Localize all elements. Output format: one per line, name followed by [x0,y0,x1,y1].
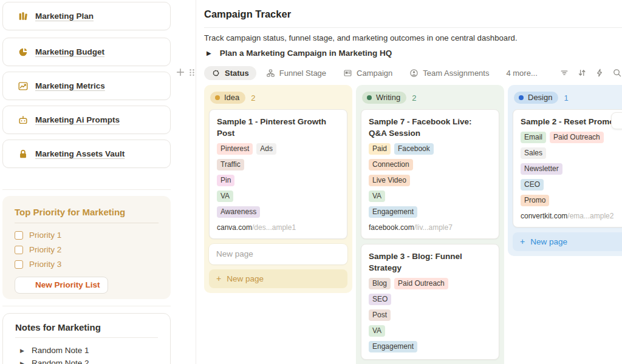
column-header: Writing2 [361,90,499,109]
tab-label: Status [225,69,249,78]
column-name: Design [528,93,552,102]
new-priority-list-button[interactable]: New Priority List [15,277,108,294]
board-card[interactable]: Sample 2 - Reset Promo EmEmailPaid Outre… [513,109,622,228]
tag-ceo: CEO [521,179,544,190]
tag-pin: Pin [217,175,234,186]
priority-item[interactable]: Priority 1 [15,231,159,240]
page-description: Track campaign status, funnel stage, and… [204,33,518,42]
new-page-button[interactable]: +New page [209,269,347,288]
column-status-pill[interactable]: Writing [362,92,406,104]
sidebar-item-marketing-metrics[interactable]: Marketing Metrics [2,72,171,100]
lock-icon [18,149,29,160]
link-path: /liv...ample7 [414,223,453,232]
cursor-click-icon [21,280,30,289]
toggle-plan-campaign[interactable]: ▶ Plan a Marketing Campaign in Marketing… [207,49,392,58]
tab-campaign[interactable]: Campaign [343,69,392,78]
tab-funnel-stage[interactable]: Funnel Stage [266,69,326,78]
board-card[interactable]: Sample 1 - Pinterest Growth PostPinteres… [209,109,347,239]
tag-row: Awareness [217,206,340,218]
link-path: /ema...ample2 [567,212,613,220]
column-count: 1 [564,93,568,103]
top-priority-title: Top Priority for Marketing [15,207,159,217]
card-hover-button[interactable] [611,112,622,129]
card-link: convertkit.com/ema...ample2 [521,212,622,220]
kanban-board: Idea2Sample 1 - Pinterest Growth PostPin… [204,85,622,364]
tag-row: BlogPaid Outreach [369,278,491,289]
tag-row: PinterestAds [217,143,340,155]
add-block-icon[interactable] [175,67,186,78]
tag-promo: Promo [521,195,549,206]
tag-facebook: Facebook [394,143,434,155]
tab-status[interactable]: Status [204,66,256,80]
status-dot [215,95,220,100]
view-tabs-row: StatusFunnel StageCampaignTeam Assignmen… [204,64,622,81]
tag-row: VA [369,190,491,202]
sidebar-item-label: Marketing Assets Vault [35,149,125,158]
sidebar-divider [2,306,171,306]
more-views-button[interactable]: 4 more... [506,69,537,78]
title-divider [204,27,622,28]
new-page-inline-input[interactable]: New page [209,244,347,265]
tag-row: Pin [217,175,340,186]
column-header: Idea2 [209,90,347,109]
priority-item[interactable]: Priority 2 [15,245,159,254]
checkbox[interactable] [15,231,23,240]
link-path: /des...ample1 [252,223,296,232]
board-card[interactable]: Sample 3 - Blog: Funnel StrategyBlogPaid… [361,244,499,360]
note-toggle-item[interactable]: ▶Random Note 2 [15,357,158,364]
tag-email: Email [521,132,546,143]
plus-icon: + [216,274,221,283]
sitemap-icon [266,69,275,78]
priority-item[interactable]: Priority 3 [15,260,159,269]
tag-va: VA [369,190,385,202]
sort-icon[interactable] [577,68,587,78]
note-toggle-item[interactable]: ▶Random Note 1 [15,344,158,357]
tag-awareness: Awareness [217,206,260,218]
tab-label: Campaign [357,69,392,78]
priority-checklist: Priority 1Priority 2Priority 3 [15,231,159,269]
sidebar-divider [2,189,171,190]
tag-row: Traffic [217,159,340,170]
tag-pinterest: Pinterest [217,143,253,155]
divider [15,223,159,223]
tag-row: SEO [369,294,491,305]
drag-handle-icon[interactable] [188,67,196,78]
tag-row: CEO [521,179,622,190]
lightning-icon[interactable] [595,68,604,78]
sidebar-item-label: Marketing Metrics [35,81,105,90]
toggle-triangle-icon: ▶ [20,348,24,354]
checkbox[interactable] [15,246,23,254]
sidebar-item-marketing-ai-prompts[interactable]: Marketing Ai Prompts [2,106,171,134]
sidebar: Marketing PlanMarketing BudgetMarketing … [0,0,196,364]
toggle-triangle-icon: ▶ [207,50,211,56]
search-icon[interactable] [612,68,622,78]
tab-label: Funnel Stage [279,69,326,78]
priority-label: Priority 2 [29,245,61,254]
status-dot [519,95,524,100]
status-dot [367,95,372,100]
books-icon [18,11,29,22]
sidebar-item-label: Marketing Budget [35,47,104,56]
tag-row: Promo [521,195,622,206]
tab-team-assignments[interactable]: Team Assignments [409,69,489,78]
pane-separator [196,0,196,364]
sidebar-item-marketing-budget[interactable]: Marketing Budget [2,38,171,66]
main-pane: Campaign Tracker Track campaign status, … [204,0,622,364]
notes-list: ▶Random Note 1▶Random Note 2 [15,344,158,364]
filter-icon[interactable] [559,68,569,78]
sidebar-item-marketing-plan[interactable]: Marketing Plan [2,2,171,30]
checkbox[interactable] [15,260,23,269]
link-domain: convertkit.com [521,212,567,220]
tag-traffic: Traffic [217,159,244,170]
column-name: Idea [224,93,239,102]
column-status-pill[interactable]: Design [514,92,558,104]
board-card[interactable]: Sample 7 - Facebook Live: Q&A SessionPai… [361,109,499,239]
tag-connection: Connection [369,159,413,170]
plus-icon: + [520,237,525,246]
new-page-button[interactable]: +New page [513,232,622,251]
column-status-pill[interactable]: Idea [210,92,245,104]
sidebar-item-marketing-assets-vault[interactable]: Marketing Assets Vault [2,140,171,168]
tag-post: Post [369,309,391,321]
card-link: canva.com/des...ample1 [217,223,340,232]
board-column-idea: Idea2Sample 1 - Pinterest Growth PostPin… [204,85,352,293]
